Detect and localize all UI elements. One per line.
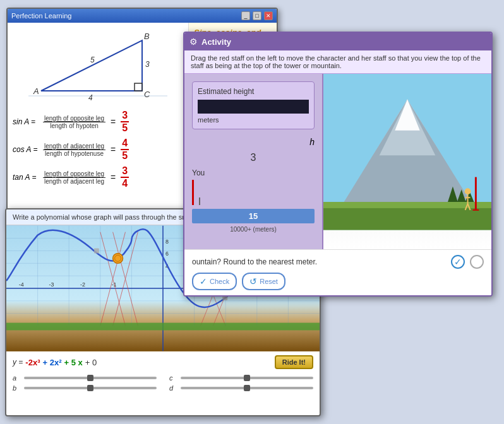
minimize-button[interactable]: _ xyxy=(241,11,250,20)
sin-equals: = xyxy=(111,117,116,127)
slider-c-track[interactable] xyxy=(181,377,313,379)
activity-instruction: Drag the red staff on the left to move t… xyxy=(184,50,491,74)
cos-value: 4 5 xyxy=(121,138,129,162)
svg-rect-67 xyxy=(94,249,99,254)
tan-value-den: 4 xyxy=(121,178,129,189)
tan-denominator: length of adjacent leg xyxy=(43,178,105,185)
sin-formula: sin A = length of opposite leg length of… xyxy=(13,110,183,134)
term-1: -2x³ xyxy=(25,358,40,367)
slider-c: c xyxy=(169,374,313,382)
slider-group-left: a b xyxy=(13,374,157,392)
svg-text:-2: -2 xyxy=(80,281,85,288)
cos-denominator: length of hypotenuse xyxy=(44,150,105,157)
slider-group-right: c d xyxy=(169,374,313,392)
svg-rect-64 xyxy=(6,323,320,331)
slider-c-thumb[interactable] xyxy=(244,375,250,381)
slider-b-label: b xyxy=(13,384,20,392)
number-3: 3 xyxy=(192,152,315,163)
sliders-row: a b c xyxy=(13,374,313,392)
reset-icon: ↺ xyxy=(249,276,257,286)
sin-value: 3 5 xyxy=(121,110,129,134)
activity-body: Drag the red staff on the left to move t… xyxy=(184,50,491,295)
term-2: + 2x² xyxy=(42,358,61,367)
distance-value: 15 xyxy=(192,209,315,223)
cos-value-den: 5 xyxy=(121,150,129,162)
reset-button[interactable]: ↺ Reset xyxy=(242,273,285,290)
meters-label: meters xyxy=(198,116,309,124)
cos-label: cos A = xyxy=(13,145,40,154)
sin-label: sin A = xyxy=(13,117,40,126)
tan-equals: = xyxy=(111,172,116,182)
tan-fraction: length of opposite leg length of adjacen… xyxy=(43,170,105,185)
slider-a-track[interactable] xyxy=(24,377,157,379)
slider-a-label: a xyxy=(13,374,20,382)
close-button[interactable]: ✕ xyxy=(264,11,273,20)
slider-b-track[interactable] xyxy=(24,387,157,389)
slider-d: d xyxy=(169,384,313,392)
tan-numerator: length of opposite leg xyxy=(43,170,105,178)
answer-empty-circle[interactable] xyxy=(470,255,484,269)
you-label: You xyxy=(192,168,315,177)
check-icon: ✓ xyxy=(200,276,207,286)
tan-value: 3 4 xyxy=(121,165,129,189)
tick-mark xyxy=(199,197,200,205)
mountain-svg xyxy=(323,74,491,249)
svg-text:3: 3 xyxy=(145,60,150,69)
svg-point-65 xyxy=(113,253,123,263)
h-label: h xyxy=(192,137,315,147)
svg-text:C: C xyxy=(144,90,150,99)
staff-indicator xyxy=(192,180,315,205)
question-text: ountain? Round to the nearest meter. xyxy=(192,257,317,266)
math-left-panel: 5 3 4 A B C sin A = length of opposite l… xyxy=(8,23,188,227)
term-4: + 0 xyxy=(85,358,97,367)
triangle-diagram: 5 3 4 A B C xyxy=(13,28,183,103)
activity-buttons: ✓ Check ↺ Reset xyxy=(192,273,484,290)
math-title: Perfection Learning xyxy=(11,12,239,20)
estimated-height-input[interactable] xyxy=(198,100,309,114)
answer-check-circle[interactable]: ✓ xyxy=(451,255,465,269)
cos-fraction: length of adjacent leg length of hypoten… xyxy=(43,143,105,157)
slider-b-thumb[interactable] xyxy=(87,385,93,391)
ride-button[interactable]: Ride It! xyxy=(275,355,313,369)
tan-value-num: 3 xyxy=(121,165,129,178)
activity-left-panel: Estimated height meters h 3 You 15 10000… xyxy=(184,74,323,249)
check-label: Check xyxy=(210,278,229,285)
mountain-photo xyxy=(323,74,491,249)
svg-text:6: 6 xyxy=(165,250,169,257)
svg-rect-1 xyxy=(135,83,142,91)
trig-formulas: sin A = length of opposite leg length of… xyxy=(13,110,183,189)
tan-formula: tan A = length of opposite leg length of… xyxy=(13,165,183,189)
meters-row: 10000+ (meters) xyxy=(192,226,315,233)
answer-circles: ✓ xyxy=(451,255,484,269)
slider-a-thumb[interactable] xyxy=(87,375,93,381)
tan-label: tan A = xyxy=(13,173,40,182)
maximize-button[interactable]: □ xyxy=(253,11,261,20)
sin-denominator: length of hypoten xyxy=(49,122,100,129)
polynomial-row: y = -2x³ + 2x² + 5 x + 0 Ride It! xyxy=(13,355,313,369)
svg-text:8: 8 xyxy=(165,238,169,245)
reset-label: Reset xyxy=(260,278,278,285)
activity-question-area: ountain? Round to the nearest meter. ✓ ✓… xyxy=(184,249,491,295)
cos-value-num: 4 xyxy=(121,138,129,150)
sin-fraction: length of opposite leg length of hypoten xyxy=(43,115,105,129)
cos-formula: cos A = length of adjacent leg length of… xyxy=(13,138,183,162)
svg-point-20 xyxy=(465,188,471,194)
slider-d-thumb[interactable] xyxy=(244,385,250,391)
red-staff-bar[interactable] xyxy=(192,180,194,205)
sin-value-num: 3 xyxy=(121,110,129,122)
svg-text:5: 5 xyxy=(90,56,95,64)
sin-value-den: 5 xyxy=(121,122,129,134)
svg-marker-0 xyxy=(41,40,142,91)
slider-b: b xyxy=(13,384,157,392)
svg-text:-4: -4 xyxy=(19,281,24,288)
svg-text:4: 4 xyxy=(88,93,93,102)
svg-text:B: B xyxy=(144,32,150,41)
estimated-label: Estimated height xyxy=(198,87,309,96)
cos-equals: = xyxy=(111,144,116,155)
slider-d-track[interactable] xyxy=(181,387,313,389)
slider-c-label: c xyxy=(169,374,177,382)
slider-d-label: d xyxy=(169,384,177,392)
check-button[interactable]: ✓ Check xyxy=(192,273,237,290)
math-titlebar: Perfection Learning _ □ ✕ xyxy=(8,9,277,23)
roller-bottom-panel: y = -2x³ + 2x² + 5 x + 0 Ride It! a b xyxy=(6,351,320,396)
